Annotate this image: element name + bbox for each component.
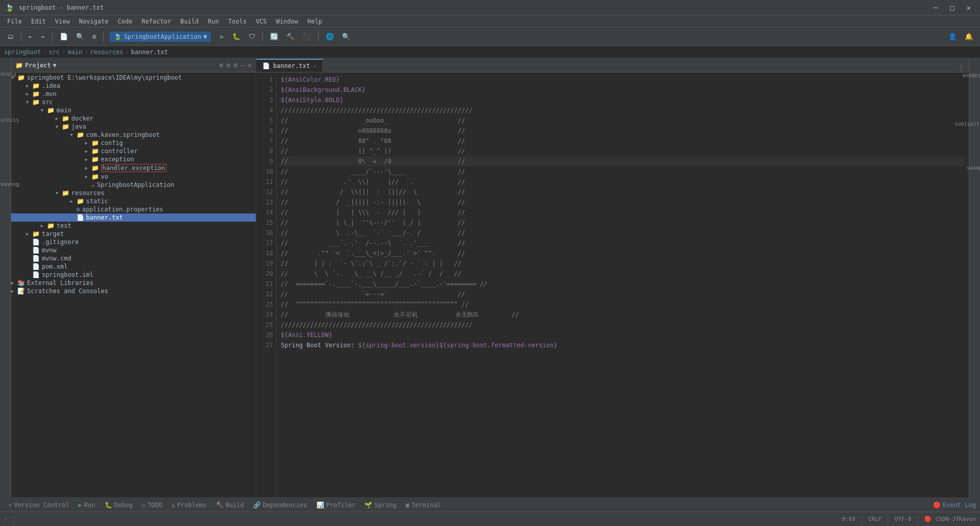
- tree-item-springboot-root[interactable]: ▼📁springboot E:\workspace\IDEA\my\spring…: [11, 74, 256, 82]
- breadcrumb-resources[interactable]: resources: [90, 49, 124, 56]
- tree-item-idea[interactable]: ▶📁.idea: [11, 82, 256, 90]
- tree-arrow: ▶: [26, 91, 32, 97]
- toolbar-project-icon[interactable]: 🗂: [4, 31, 17, 42]
- menu-run[interactable]: Run: [204, 17, 223, 26]
- tree-item-docker[interactable]: ▶📁docker: [11, 114, 256, 123]
- menu-navigate[interactable]: Navigate: [75, 17, 113, 26]
- breadcrumb-springboot[interactable]: springboot: [4, 49, 41, 56]
- toolbar-user[interactable]: 👤: [945, 31, 960, 42]
- editor-tabs-menu[interactable]: ⋮: [958, 64, 965, 72]
- menu-view[interactable]: View: [51, 17, 74, 26]
- tree-item-springboot-iml[interactable]: 📄springboot.iml: [11, 271, 256, 279]
- tree-item-main[interactable]: ▼📁main: [11, 106, 256, 114]
- toolbar-build[interactable]: 🔨: [283, 31, 298, 42]
- tab-structure[interactable]: Structure: [0, 116, 22, 124]
- toolbar-back[interactable]: ←: [26, 31, 36, 42]
- toolbar-recent-files[interactable]: 📄: [57, 31, 71, 42]
- tree-item-gitignore[interactable]: 📄.gitignore: [11, 238, 256, 246]
- tree-item-mvnw[interactable]: 📄mvnw: [11, 246, 256, 254]
- tree-item-springboot-app[interactable]: ☕SpringbootApplication: [11, 181, 256, 189]
- project-dropdown-icon[interactable]: ▼: [53, 62, 57, 69]
- tree-item-handler-exception[interactable]: ▶📁handler.exception: [11, 163, 256, 173]
- project-minimize-icon[interactable]: –: [240, 61, 244, 69]
- menu-tools[interactable]: Tools: [224, 17, 251, 26]
- toolbar-run-btn[interactable]: ▶: [217, 31, 227, 42]
- menu-refactor[interactable]: Refactor: [137, 17, 175, 26]
- menu-code[interactable]: Code: [114, 17, 137, 26]
- tree-item-src[interactable]: ▼📁src: [11, 98, 256, 106]
- project-panel-header: 📁 Project ▼ ⊕ ≡ ⚙ – ✕: [11, 58, 256, 73]
- run-config-selector[interactable]: 🍃 SpringbootApplication ▼: [110, 32, 211, 42]
- tree-item-mvn[interactable]: ▶📁.mvn: [11, 90, 256, 98]
- tree-item-com-kaven[interactable]: ▼📁com.kaven.springboot: [11, 131, 256, 139]
- tab-maven[interactable]: Maven: [964, 164, 980, 172]
- minimize-button[interactable]: ─: [929, 3, 942, 13]
- tree-icon: 📄: [77, 214, 84, 221]
- bottom-dependencies[interactable]: 🔗 Dependencies: [249, 500, 311, 510]
- bottom-terminal[interactable]: ▣ Terminal: [402, 500, 445, 510]
- bottom-problems[interactable]: ⚠ Problems: [167, 500, 211, 510]
- bottom-debug[interactable]: 🐛 Debug: [101, 500, 137, 510]
- menu-build[interactable]: Build: [176, 17, 203, 26]
- tree-item-resources[interactable]: ▼📁resources: [11, 189, 256, 197]
- bottom-run[interactable]: ▶ Run: [75, 500, 100, 510]
- project-locate-icon[interactable]: ⊕: [219, 61, 224, 69]
- tree-item-ext-libs[interactable]: ▶📚External Libraries: [11, 279, 256, 287]
- code-editor[interactable]: 1234567891011121314151617181920212223242…: [256, 73, 969, 497]
- toolbar-search-everywhere[interactable]: 🔍: [73, 31, 87, 42]
- tree-item-static[interactable]: ▶📁static: [11, 197, 256, 205]
- bottom-profiler[interactable]: 📊 Profiler: [312, 500, 360, 510]
- project-options-icon[interactable]: ⚙: [234, 61, 238, 69]
- close-button[interactable]: ✕: [963, 3, 975, 13]
- toolbar-run-with-coverage[interactable]: 🛡: [246, 31, 258, 42]
- editor-tab-banner[interactable]: 📄 banner.txt ✕: [256, 59, 323, 72]
- bottom-spring[interactable]: 🌱 Spring: [360, 500, 400, 510]
- tab-database[interactable]: Database: [959, 72, 980, 80]
- tab-close-btn[interactable]: ✕: [313, 63, 316, 69]
- tree-item-controller[interactable]: ▶📁controller: [11, 147, 256, 155]
- maximize-button[interactable]: □: [946, 3, 958, 13]
- tab-project[interactable]: Project: [0, 70, 19, 78]
- tree-item-vo[interactable]: ▶📁vo: [11, 173, 256, 181]
- menu-file[interactable]: File: [3, 17, 26, 26]
- project-collapse-icon[interactable]: ≡: [227, 61, 231, 69]
- toolbar-translate[interactable]: 🌐: [323, 31, 337, 42]
- status-crlf[interactable]: CRLF: [868, 516, 882, 522]
- toolbar-notifications[interactable]: 🔔: [962, 31, 976, 42]
- code-content[interactable]: ${AnsiColor.RED}${AnsiBackground.BLACK}$…: [277, 73, 969, 497]
- bottom-todo[interactable]: ☑ TODO: [138, 500, 166, 510]
- tab-notifications[interactable]: Notifications: [951, 121, 980, 128]
- breadcrumb-banner[interactable]: banner.txt: [131, 49, 168, 56]
- menu-help[interactable]: Help: [303, 17, 326, 26]
- menu-vcs[interactable]: VCS: [252, 17, 271, 26]
- tree-item-mvnw-cmd[interactable]: 📄mvnw.cmd: [11, 254, 256, 262]
- tree-item-scratches[interactable]: ▶📝Scratches and Consoles: [11, 287, 256, 295]
- toolbar-debug-btn[interactable]: 🐛: [229, 31, 243, 42]
- toolbar-sync[interactable]: 🔄: [267, 31, 281, 42]
- toolbar-find[interactable]: 🔍: [339, 31, 353, 42]
- menu-edit[interactable]: Edit: [27, 17, 50, 26]
- menu-window[interactable]: Window: [272, 17, 302, 26]
- line-number-22: 22: [259, 289, 273, 299]
- bottom-build[interactable]: 🔨 Build: [212, 500, 248, 510]
- tree-item-test[interactable]: ▶📁test: [11, 222, 256, 230]
- breadcrumb-src[interactable]: src: [48, 49, 60, 56]
- tree-item-pom-xml[interactable]: 📄pom.xml: [11, 262, 256, 271]
- bottom-version-control[interactable]: ↑ Version Control: [4, 500, 74, 510]
- tree-item-config[interactable]: ▶📁config: [11, 139, 256, 147]
- line-number-17: 17: [259, 238, 273, 248]
- tree-item-java[interactable]: ▼📁java: [11, 123, 256, 131]
- toolbar-stop[interactable]: ⬛: [300, 31, 314, 42]
- tree-item-banner-txt[interactable]: 📄banner.txt: [11, 213, 256, 222]
- breadcrumb-main[interactable]: main: [67, 49, 82, 56]
- tree-item-exception[interactable]: ▶📁exception: [11, 155, 256, 163]
- event-log-label[interactable]: Event Log: [943, 501, 976, 509]
- toolbar-forward[interactable]: →: [38, 31, 48, 42]
- tree-item-target[interactable]: ▶📁target: [11, 230, 256, 238]
- tree-item-app-properties[interactable]: ⚙application.properties: [11, 205, 256, 213]
- status-charset[interactable]: UTF-8: [894, 516, 911, 522]
- status-checkmark: ✓: [4, 516, 8, 522]
- toolbar-settings[interactable]: ⚙: [89, 31, 100, 42]
- project-gear-icon[interactable]: ✕: [248, 61, 252, 69]
- tab-bookmarks[interactable]: Bookmarks: [0, 181, 22, 188]
